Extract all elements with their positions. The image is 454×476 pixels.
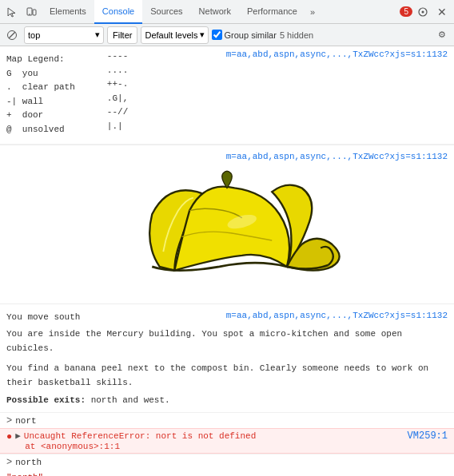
tab-performance[interactable]: Performance — [239, 0, 305, 24]
banana-section: m=aa,abd,aspn,async,...,TxZWcc?xjs=s1:11… — [0, 145, 454, 304]
input-nort-text: nort — [15, 416, 36, 426]
exits-value: north and west. — [91, 395, 170, 405]
filter-button[interactable]: Filter — [107, 26, 137, 44]
error-main-row: ▶Uncaught ReferenceError: nort is not de… — [15, 430, 448, 442]
error-chevron-icon[interactable]: ▶ — [15, 431, 21, 441]
svg-point-4 — [422, 10, 424, 13]
inspect-icon[interactable] — [3, 3, 21, 21]
context-selector[interactable]: top ▾ — [24, 26, 104, 44]
map-legend-section: m=aa,abd,aspn,async,...,TxZWcc?xjs=s1:11… — [0, 46, 454, 145]
exits-label: Possible exits: — [6, 395, 86, 405]
context-chevron-icon: ▾ — [95, 30, 100, 40]
devtools-top-toolbar: Elements Console Sources Network Perform… — [0, 0, 454, 24]
exits-line: Possible exits: north and west. — [6, 394, 448, 408]
output-north-value: "north" — [6, 473, 43, 476]
svg-line-6 — [9, 32, 15, 38]
error-content: ▶Uncaught ReferenceError: nort is not de… — [15, 430, 448, 451]
console-toolbar: top ▾ Filter Default levels ▾ Group simi… — [0, 24, 454, 46]
tab-elements[interactable]: Elements — [42, 0, 94, 24]
toolbar-left-icons — [3, 3, 40, 21]
map-visual-text: ---- .... ++-. .G|, --// |.| — [107, 50, 160, 141]
tab-console[interactable]: Console — [94, 0, 142, 24]
device-icon[interactable] — [22, 3, 40, 21]
hidden-count-label: 5 hidden — [280, 30, 313, 40]
tab-sources[interactable]: Sources — [142, 0, 190, 24]
error-message-text: ▶Uncaught ReferenceError: nort is not de… — [15, 430, 256, 442]
error-row: ● ▶Uncaught ReferenceError: nort is not … — [0, 428, 454, 454]
output-north-row: "north" — [0, 470, 454, 476]
console-content: m=aa,abd,aspn,async,...,TxZWcc?xjs=s1:11… — [0, 46, 454, 476]
map-content: Map Legend: G you . clear path -| wall +… — [6, 50, 226, 141]
source-link-1[interactable]: m=aa,abd,aspn,async,...,TxZWcc?xjs=s1:11… — [226, 50, 448, 59]
clear-console-button[interactable] — [3, 26, 21, 44]
error-source-link[interactable]: VM259:1 — [408, 430, 448, 442]
input-north-text: north — [15, 458, 42, 467]
source-link-2[interactable]: m=aa,abd,aspn,async,...,TxZWcc?xjs=s1:11… — [226, 152, 448, 161]
error-count-badge: 5 — [400, 6, 412, 17]
description-1: You are inside the Mercury building. You… — [6, 327, 448, 355]
svg-rect-1 — [33, 10, 36, 15]
banana-peel-image — [107, 169, 347, 289]
console-settings-button[interactable]: ⚙ — [433, 26, 451, 44]
log-levels-selector[interactable]: Default levels ▾ — [141, 26, 208, 44]
console-input-nort: > nort — [0, 412, 454, 428]
chevron-right-icon-2: > — [6, 457, 12, 468]
banana-image-container — [6, 161, 448, 297]
description-2: You find a banana peel next to the compo… — [6, 362, 448, 390]
settings-icon[interactable] — [414, 3, 432, 21]
error-circle-icon: ● — [6, 431, 12, 442]
error-at-text: at <anonymous>:1:1 — [15, 442, 448, 451]
source-link-3[interactable]: m=aa,abd,aspn,async,...,TxZWcc?xjs=s1:11… — [226, 309, 448, 323]
close-devtools-button[interactable]: ✕ — [433, 3, 451, 21]
game-text-section: m=aa,abd,aspn,async,...,TxZWcc?xjs=s1:11… — [0, 304, 454, 413]
console-input-north: > north — [0, 454, 454, 470]
group-similar-checkbox[interactable] — [212, 30, 222, 40]
levels-chevron-icon: ▾ — [200, 30, 205, 40]
chevron-right-icon: > — [6, 415, 12, 426]
more-tabs-button[interactable]: » — [305, 0, 320, 24]
tab-network[interactable]: Network — [191, 0, 239, 24]
group-similar-checkbox-group: Group similar — [212, 30, 277, 40]
map-legend-text: Map Legend: G you . clear path -| wall +… — [6, 50, 75, 141]
tab-bar: Elements Console Sources Network Perform… — [42, 0, 320, 24]
